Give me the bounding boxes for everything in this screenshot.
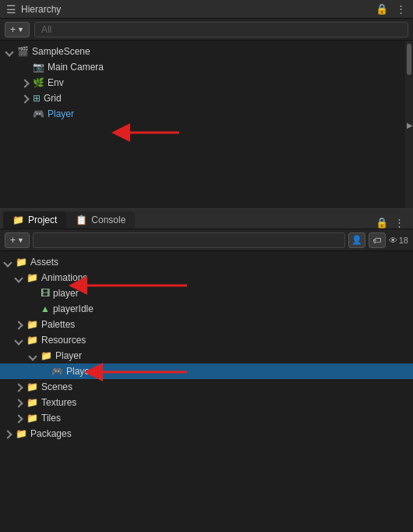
expand-scenes: [16, 383, 26, 392]
project-tab-icon: 📁: [12, 215, 24, 225]
expand-resources: [16, 336, 26, 345]
folder-icon-resources: 📁: [26, 335, 38, 346]
tree-item-sample-scene[interactable]: 🎬 SampleScene: [0, 44, 413, 59]
tree-item-label-env: Env: [48, 77, 64, 88]
folder-icon-player: 📁: [41, 350, 52, 361]
proj-label-palettes: Palettes: [41, 319, 75, 330]
folder-icon-palettes: 📁: [26, 319, 38, 330]
hierarchy-scroll-right[interactable]: ▶: [407, 120, 413, 129]
project-toolbar: + ▼ 👤 🏷 👁 18: [0, 229, 413, 251]
proj-item-player-prefab[interactable]: 🎮 Player: [0, 364, 413, 379]
folder-icon-packages: 📁: [16, 428, 27, 439]
tree-item-grid[interactable]: ⊞ Grid: [0, 90, 413, 106]
hierarchy-panel: ☰ Hierarchy 🔒 ⋮ + ▼ 🎬 SampleScene: [0, 0, 413, 209]
proj-item-player-idle[interactable]: ▲ playerIdle: [0, 301, 413, 317]
tree-item-main-camera[interactable]: 📷 Main Camera: [0, 59, 413, 75]
proj-item-animations[interactable]: 📁 Animations: [0, 270, 413, 286]
proj-item-palettes[interactable]: 📁 Palettes: [0, 317, 413, 332]
project-tab-label: Project: [28, 215, 57, 225]
hierarchy-tree: 🎬 SampleScene 📷 Main Camera 🌿 Env ⊞ Grid: [0, 41, 413, 208]
tree-item-label-player: Player: [48, 108, 74, 119]
hierarchy-toolbar: + ▼: [0, 19, 413, 41]
console-tab-label: Console: [91, 215, 125, 225]
project-tree: 📁 Assets 📁 Animations 🎞 player ▲ playerI…: [0, 251, 413, 532]
camera-icon: 📷: [33, 62, 44, 73]
project-filter-person-btn[interactable]: 👤: [348, 232, 365, 248]
proj-label-scenes: Scenes: [41, 381, 72, 392]
grid-icon: ⊞: [33, 93, 41, 104]
expand-textures: [16, 399, 26, 407]
expand-arrow-env: [22, 79, 33, 87]
hierarchy-menu-icon[interactable]: ☰: [6, 3, 16, 16]
prefab-icon-player: 🎮: [51, 366, 63, 377]
proj-label-assets: Assets: [30, 257, 58, 268]
project-tabs-header: 📁 Project 📋 Console 🔒 ⋮: [0, 209, 413, 229]
proj-item-resources[interactable]: 📁 Resources: [0, 332, 413, 348]
expand-palettes: [16, 321, 26, 329]
console-tab-icon: 📋: [76, 215, 87, 225]
project-filter-count-area: 👁 18: [389, 236, 408, 245]
hierarchy-header: ☰ Hierarchy 🔒 ⋮: [0, 0, 413, 19]
project-search-input[interactable]: [33, 232, 345, 248]
project-add-label: +: [10, 235, 16, 246]
tab-project[interactable]: 📁 Project: [3, 211, 66, 229]
add-label: +: [10, 24, 16, 35]
proj-item-player-anim[interactable]: 🎞 player: [0, 286, 413, 301]
tab-console[interactable]: 📋 Console: [66, 211, 135, 229]
proj-item-packages[interactable]: 📁 Packages: [0, 426, 413, 442]
tree-item-label-grid: Grid: [44, 93, 62, 104]
proj-label-animations: Animations: [41, 272, 87, 283]
project-add-chevron: ▼: [17, 236, 24, 244]
expand-arrow-grid: [22, 94, 33, 103]
folder-icon-scenes: 📁: [26, 381, 38, 392]
expand-animations: [16, 274, 26, 282]
proj-label-player-idle: playerIdle: [53, 303, 94, 314]
expand-player-folder: [30, 352, 41, 360]
hierarchy-more-icon[interactable]: ⋮: [394, 3, 407, 15]
expand-assets: [5, 258, 16, 267]
project-more-icon[interactable]: ⋮: [393, 217, 405, 229]
proj-item-assets[interactable]: 📁 Assets: [0, 254, 413, 270]
folder-icon-animations: 📁: [26, 272, 38, 283]
folder-icon-assets: 📁: [16, 257, 27, 268]
proj-label-packages: Packages: [30, 428, 72, 439]
tree-item-label-camera: Main Camera: [48, 62, 104, 73]
add-chevron-icon: ▼: [17, 26, 24, 34]
tri-icon-player-idle: ▲: [41, 303, 50, 314]
project-add-button[interactable]: + ▼: [5, 232, 30, 248]
project-lock-icon[interactable]: 🔒: [376, 217, 388, 229]
proj-label-player-folder: Player: [55, 350, 82, 361]
proj-label-player-prefab: Player: [66, 366, 93, 377]
proj-label-resources: Resources: [41, 335, 86, 346]
anim-icon-player: 🎞: [41, 288, 50, 299]
hierarchy-lock-icon[interactable]: 🔒: [376, 3, 388, 15]
expand-packages: [5, 430, 16, 438]
proj-item-tiles[interactable]: 📁 Tiles: [0, 410, 413, 426]
project-filter-count: 18: [399, 236, 408, 245]
tree-item-env[interactable]: 🌿 Env: [0, 75, 413, 90]
project-filter-tag-btn[interactable]: 🏷: [369, 232, 386, 248]
expand-arrow-scene: [6, 48, 17, 56]
proj-label-textures: Textures: [41, 397, 76, 408]
tree-item-player[interactable]: 🎮 Player: [0, 106, 413, 122]
hierarchy-search-input[interactable]: [34, 22, 408, 37]
tree-item-label: SampleScene: [32, 46, 90, 57]
expand-tiles: [16, 414, 26, 423]
hierarchy-add-button[interactable]: + ▼: [5, 22, 30, 37]
proj-item-textures[interactable]: 📁 Textures: [0, 395, 413, 410]
env-icon: 🌿: [33, 77, 44, 88]
proj-item-scenes[interactable]: 📁 Scenes: [0, 379, 413, 395]
scene-icon: 🎬: [17, 46, 29, 57]
proj-label-player-anim: player: [53, 288, 79, 299]
proj-label-tiles: Tiles: [41, 413, 61, 424]
folder-icon-tiles: 📁: [26, 413, 38, 424]
hierarchy-title: Hierarchy: [21, 4, 61, 15]
proj-item-player-folder[interactable]: 📁 Player: [0, 348, 413, 364]
project-panel: 📁 Project 📋 Console 🔒 ⋮ + ▼ 👤 🏷: [0, 209, 413, 532]
player-icon: 🎮: [33, 108, 44, 119]
hierarchy-scrollbar-thumb[interactable]: [407, 44, 411, 75]
folder-icon-textures: 📁: [26, 397, 38, 408]
